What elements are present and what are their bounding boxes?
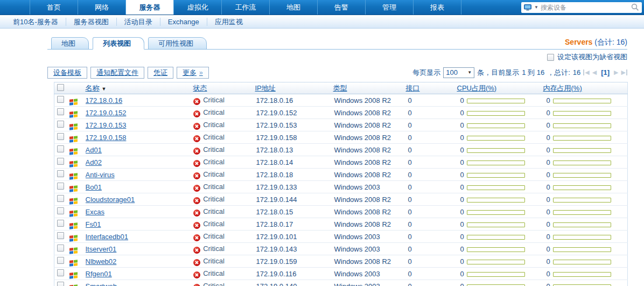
header-interfaces[interactable]: 接口 bbox=[406, 84, 420, 92]
view-tab[interactable]: 可用性视图 bbox=[148, 37, 207, 50]
toolbar-button[interactable]: 通知配置文件 bbox=[90, 67, 144, 79]
per-page-select[interactable]: 100 ▼ bbox=[443, 67, 474, 78]
cpu-usage-value: 0 bbox=[460, 245, 464, 253]
default-view-checkbox[interactable] bbox=[547, 54, 554, 61]
sub-nav-item[interactable]: 服务器视图 bbox=[66, 18, 117, 26]
memory-usage-value: 0 bbox=[547, 208, 550, 216]
header-memory[interactable]: 内存占用(%) bbox=[543, 84, 582, 92]
cpu-usage-bar bbox=[467, 260, 525, 264]
device-name-link[interactable]: Bo01 bbox=[86, 183, 102, 191]
header-ip[interactable]: IP地址 bbox=[255, 84, 276, 92]
device-name-link[interactable]: Excas bbox=[86, 208, 104, 216]
row-checkbox[interactable] bbox=[57, 195, 64, 202]
row-checkbox[interactable] bbox=[57, 257, 64, 264]
sub-nav-item[interactable]: 活动目录 bbox=[117, 18, 160, 26]
next-page-icon[interactable]: ▶ bbox=[614, 69, 618, 75]
memory-usage-bar bbox=[553, 185, 611, 190]
row-checkbox[interactable] bbox=[57, 158, 64, 165]
sub-nav-item[interactable]: 应用监视 bbox=[207, 18, 250, 26]
device-name-link[interactable]: Anti-virus bbox=[86, 171, 115, 179]
row-checkbox[interactable] bbox=[57, 170, 64, 177]
top-nav-item[interactable]: 管理 bbox=[366, 0, 414, 15]
top-nav-item[interactable]: 报表 bbox=[414, 0, 461, 15]
row-checkbox[interactable] bbox=[57, 121, 64, 128]
previous-page-icon[interactable]: ◀ bbox=[592, 69, 597, 75]
memory-usage-value: 0 bbox=[547, 158, 550, 166]
top-nav-item[interactable]: 首页 bbox=[30, 0, 78, 15]
sub-nav-item[interactable]: 前10名-服务器 bbox=[5, 18, 66, 26]
device-name-link[interactable]: Smartweb bbox=[86, 282, 117, 286]
status-text: Critical bbox=[203, 145, 225, 154]
toolbar-button[interactable]: 设备模板 bbox=[47, 67, 87, 79]
header-status[interactable]: 状态 bbox=[193, 84, 207, 92]
device-name-link[interactable]: Fs01 bbox=[86, 220, 101, 228]
interface-count: 0 bbox=[406, 218, 457, 231]
top-nav-item-label: 告警 bbox=[334, 3, 348, 12]
device-name-link[interactable]: Ad02 bbox=[86, 158, 102, 166]
top-nav-item[interactable]: 工作流 bbox=[222, 0, 270, 15]
status-text: Critical bbox=[203, 108, 225, 116]
device-name-link[interactable]: Nlbweb02 bbox=[86, 257, 117, 266]
server-row: Smartweb Critical 172.19.0.140 Windows 2… bbox=[54, 280, 628, 286]
search-filter-caret-icon[interactable]: ▼ bbox=[534, 5, 538, 10]
critical-status-icon bbox=[193, 98, 200, 105]
row-checkbox[interactable] bbox=[57, 269, 64, 276]
sub-nav-item[interactable]: Exchange bbox=[160, 18, 207, 26]
header-cpu[interactable]: CPU占用(%) bbox=[457, 84, 497, 92]
more-button[interactable]: 更多 » bbox=[177, 67, 209, 79]
view-tab-label: 可用性视图 bbox=[158, 39, 193, 47]
row-checkbox[interactable] bbox=[57, 145, 64, 152]
top-nav-item[interactable]: 服务器 bbox=[126, 0, 174, 15]
device-name-link[interactable]: Rfgen01 bbox=[86, 270, 112, 278]
search-icon[interactable] bbox=[631, 3, 639, 11]
memory-usage-value: 0 bbox=[547, 121, 550, 129]
device-name-link[interactable]: 172.19.0.152 bbox=[86, 109, 127, 117]
device-search-box[interactable]: ▼ bbox=[521, 2, 642, 13]
row-checkbox[interactable] bbox=[57, 232, 64, 239]
view-tab[interactable]: 列表视图 bbox=[93, 37, 144, 50]
row-checkbox[interactable] bbox=[57, 282, 64, 286]
header-type[interactable]: 类型 bbox=[333, 84, 347, 92]
row-checkbox[interactable] bbox=[57, 133, 64, 140]
device-type: Windows 2003 bbox=[333, 280, 406, 286]
ip-address: 172.19.0.140 bbox=[255, 280, 333, 286]
cpu-usage-value: 0 bbox=[460, 96, 464, 104]
ip-address: 172.18.0.15 bbox=[255, 206, 333, 218]
device-name-link[interactable]: 172.18.0.16 bbox=[86, 96, 123, 104]
top-nav-item[interactable]: 网络 bbox=[78, 0, 126, 15]
top-nav-item[interactable]: 虚拟化 bbox=[174, 0, 222, 15]
device-name-link[interactable]: Ad01 bbox=[86, 146, 102, 154]
monitor-icon bbox=[524, 4, 532, 11]
interface-count: 0 bbox=[406, 255, 457, 268]
last-page-icon[interactable]: ▶ bbox=[621, 69, 627, 75]
interface-count: 0 bbox=[406, 119, 457, 131]
select-all-checkbox[interactable] bbox=[57, 84, 64, 91]
row-checkbox[interactable] bbox=[57, 245, 64, 252]
toolbar-button[interactable]: 凭证 bbox=[148, 67, 173, 79]
current-page-number[interactable]: [1] bbox=[601, 68, 610, 76]
device-name-link[interactable]: Itserver01 bbox=[86, 245, 117, 253]
row-checkbox[interactable] bbox=[57, 108, 64, 115]
row-checkbox[interactable] bbox=[57, 207, 64, 214]
cpu-usage-value: 0 bbox=[460, 220, 464, 228]
top-nav-item[interactable]: 告警 bbox=[318, 0, 366, 15]
row-checkbox[interactable] bbox=[57, 220, 64, 227]
device-name-link[interactable]: Interfacedb01 bbox=[86, 233, 129, 241]
view-tab[interactable]: 地图 bbox=[51, 37, 89, 50]
row-checkbox[interactable] bbox=[57, 183, 64, 190]
windows-os-icon bbox=[69, 272, 78, 279]
top-nav-item[interactable]: 地图 bbox=[270, 0, 318, 15]
sort-desc-icon[interactable]: ▼ bbox=[102, 86, 107, 92]
device-name-link[interactable]: 172.19.0.158 bbox=[86, 134, 127, 142]
row-checkbox[interactable] bbox=[57, 96, 64, 103]
more-chevrons-icon: » bbox=[199, 69, 203, 76]
first-page-icon[interactable]: ◀ bbox=[583, 69, 589, 75]
server-row: Itserver01 Critical 172.19.0.143 Windows… bbox=[54, 243, 628, 255]
search-input[interactable] bbox=[541, 4, 629, 11]
device-name-link[interactable]: 172.19.0.153 bbox=[86, 121, 127, 129]
server-row: Cloudstorage01 Critical 172.19.0.144 Win… bbox=[54, 193, 628, 206]
header-name[interactable]: 名称 bbox=[86, 84, 100, 92]
default-view-row: 设定该视图为缺省视图 bbox=[47, 53, 627, 61]
device-name-link[interactable]: Cloudstorage01 bbox=[86, 196, 135, 204]
device-type: Windows 2003 bbox=[333, 243, 406, 255]
